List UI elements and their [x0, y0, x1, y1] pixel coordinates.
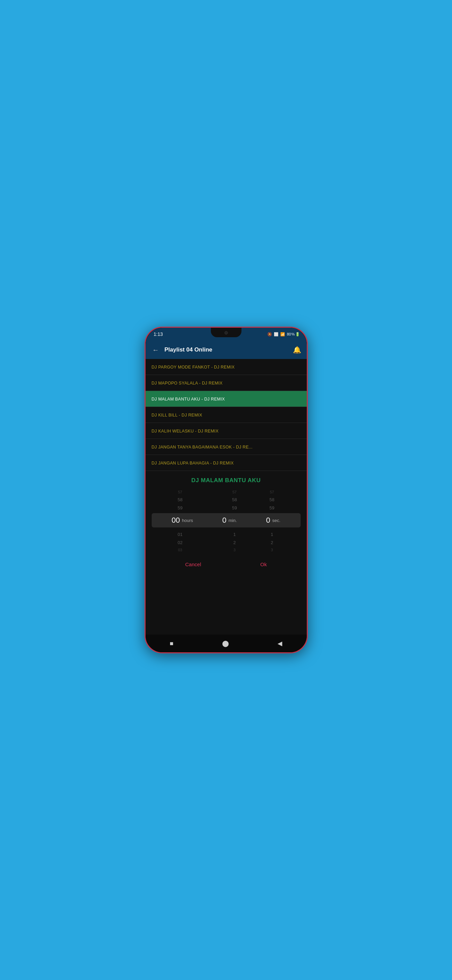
hours-below-02: 02: [178, 538, 182, 546]
hours-label: hours: [182, 518, 193, 523]
minutes-col-below: 1 2 3: [224, 530, 245, 553]
content-area: DJ PARGOY MODE FANKOT - DJ REMIX DJ MAPO…: [146, 359, 307, 635]
sec-below-1: 1: [271, 530, 273, 538]
sec-above-59: 59: [270, 504, 274, 512]
min-above-59: 59: [232, 504, 237, 512]
phone-screen: 1:13 🔕 ⬜ 📶 80 % 🔋 ← Playlist 04 Online 🔔: [146, 328, 307, 652]
hours-above-58: 58: [178, 495, 182, 504]
status-icons: 🔕 ⬜ 📶 80 % 🔋: [267, 332, 300, 337]
timer-scroll-below: 01 02 03 1 2 3 1 2 3: [146, 529, 307, 553]
volume-down-button[interactable]: [144, 418, 146, 435]
seconds-col-above: 57 58 59: [262, 488, 282, 512]
hours-selected-value: 00: [172, 516, 180, 525]
minutes-label: min.: [228, 518, 237, 523]
min-above-58: 58: [232, 495, 237, 504]
back-nav-button[interactable]: ◀: [275, 637, 285, 650]
cancel-button[interactable]: Cancel: [175, 559, 211, 570]
seconds-selected-value: 0: [266, 516, 270, 525]
playlist-item-text-5: DJ KALIH WELASKU - DJ REMIX: [152, 429, 219, 434]
timer-scroll-above: 57 58 59 57 58 59 57 58 59: [146, 487, 307, 512]
home-button[interactable]: ⬤: [219, 637, 232, 650]
playlist-list: DJ PARGOY MODE FANKOT - DJ REMIX DJ MAPO…: [146, 359, 307, 471]
playlist-item-text-4: DJ KILL BILL - DJ REMIX: [152, 413, 202, 417]
min-below-2: 2: [233, 538, 236, 546]
playlist-item-text-7: DJ JANGAN LUPA BAHAGIA - DJ REMIX: [152, 461, 234, 466]
playlist-item-3[interactable]: DJ MALAM BANTU AKU - DJ REMIX: [146, 391, 307, 407]
battery-icon: 80 % 🔋: [287, 332, 300, 337]
seconds-col-below: 1 2 3: [262, 530, 282, 553]
playlist-item-1[interactable]: DJ PARGOY MODE FANKOT - DJ REMIX: [146, 359, 307, 375]
mute-icon: 🔕: [267, 332, 272, 337]
minutes-selected-value: 0: [222, 516, 227, 525]
playlist-item-7[interactable]: DJ JANGAN LUPA BAHAGIA - DJ REMIX: [146, 455, 307, 471]
wifi-icon: 📶: [280, 332, 285, 337]
playlist-item-text-6: DJ JANGAN TANYA BAGAIMANA ESOK - DJ RE..…: [152, 445, 253, 450]
camera: [224, 331, 228, 334]
sec-above-58: 58: [270, 495, 274, 504]
hours-col-below: 01 02 03: [170, 530, 190, 553]
recents-button[interactable]: ■: [167, 637, 176, 650]
volume-up-button[interactable]: [144, 396, 146, 413]
now-playing-title: DJ MALAM BANTU AKU: [146, 471, 307, 487]
playlist-item-2[interactable]: DJ MAPOPO SYALALA - DJ REMIX: [146, 375, 307, 391]
playlist-item-4[interactable]: DJ KILL BILL - DJ REMIX: [146, 407, 307, 423]
min-below-3: 3: [233, 546, 235, 553]
playlist-item-text-2: DJ MAPOPO SYALALA - DJ REMIX: [152, 381, 223, 385]
hours-above-57: 57: [178, 488, 182, 495]
playlist-item-text-1: DJ PARGOY MODE FANKOT - DJ REMIX: [152, 365, 235, 369]
nav-bar: ■ ⬤ ◀: [146, 635, 307, 652]
timer-selected-row[interactable]: 00 hours 0 min. 0 sec.: [152, 513, 301, 527]
sec-below-3: 3: [271, 546, 273, 553]
notch: [211, 328, 241, 337]
hours-below-03: 03: [178, 546, 182, 553]
seconds-label: sec.: [273, 518, 281, 523]
status-time: 1:13: [154, 331, 163, 337]
playlist-item-6[interactable]: DJ JANGAN TANYA BAGAIMANA ESOK - DJ RE..…: [146, 439, 307, 455]
notification-bell-icon[interactable]: 🔔: [293, 346, 301, 354]
seconds-selected-group: 0 sec.: [266, 516, 280, 525]
power-button[interactable]: [307, 406, 308, 430]
hours-selected-group: 00 hours: [172, 516, 193, 525]
timer-container[interactable]: 57 58 59 57 58 59 57 58 59: [146, 487, 307, 635]
hours-above-59: 59: [178, 504, 182, 512]
sec-below-2: 2: [271, 538, 273, 546]
minutes-selected-group: 0 min.: [222, 516, 237, 525]
playlist-item-5[interactable]: DJ KALIH WELASKU - DJ REMIX: [146, 423, 307, 439]
min-below-1: 1: [233, 530, 236, 538]
sec-above-57: 57: [270, 488, 274, 495]
hours-col-above: 57 58 59: [170, 488, 190, 512]
playlist-item-text-3: DJ MALAM BANTU AKU - DJ REMIX: [152, 397, 225, 401]
minutes-col-above: 57 58 59: [224, 488, 245, 512]
ok-button[interactable]: Ok: [250, 559, 277, 570]
app-bar: ← Playlist 04 Online 🔔: [146, 340, 307, 359]
app-bar-title: Playlist 04 Online: [165, 347, 289, 353]
min-above-57: 57: [232, 488, 236, 495]
hours-below-01: 01: [178, 530, 182, 538]
back-button[interactable]: ←: [151, 345, 160, 355]
timer-buttons: Cancel Ok: [146, 553, 307, 576]
phone-device: 1:13 🔕 ⬜ 📶 80 % 🔋 ← Playlist 04 Online 🔔: [144, 327, 308, 653]
sim-icon: ⬜: [274, 332, 279, 337]
